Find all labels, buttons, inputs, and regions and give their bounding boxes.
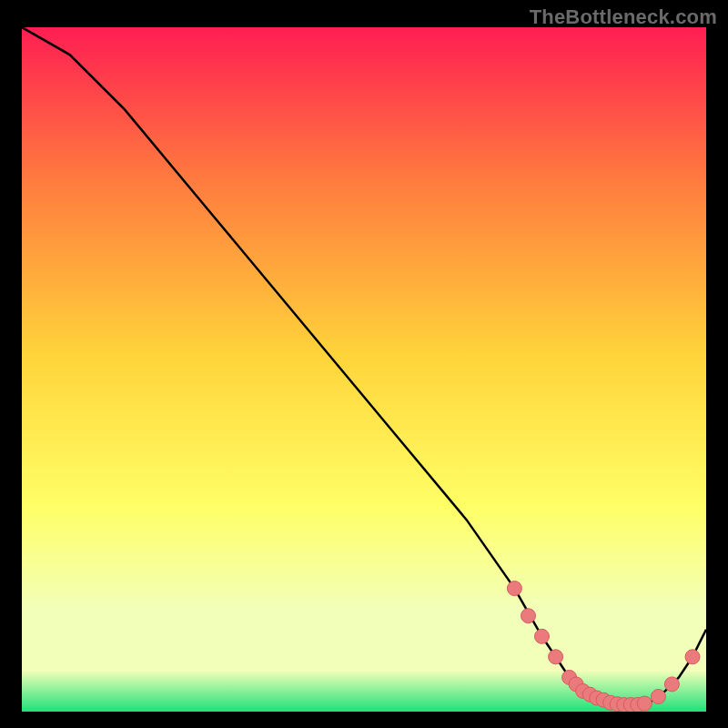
data-marker [507,581,521,596]
data-marker [549,650,563,664]
data-marker [521,609,536,623]
data-marker [651,690,665,704]
data-marker [685,650,700,664]
bottleneck-chart [22,27,706,712]
plot-area [22,27,706,712]
data-marker [664,677,679,692]
gradient-background [22,27,706,712]
data-marker [535,629,550,643]
chart-frame: TheBottleneck.com [0,0,728,728]
watermark-text: TheBottleneck.com [530,5,717,29]
data-marker [637,696,652,711]
